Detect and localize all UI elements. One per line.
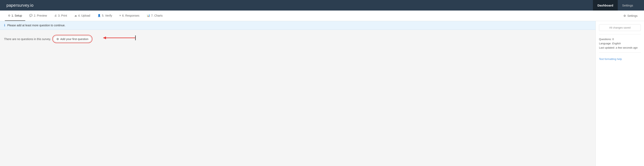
add-first-question-button[interactable]: ⊕ Add your first question — [53, 36, 91, 42]
nav-right: Dashboard Settings — [593, 0, 638, 11]
preview-icon: 💬 — [29, 14, 32, 17]
tab-charts[interactable]: 📊 7. Charts — [144, 11, 166, 21]
all-changes-saved-button: All changes saved — [599, 24, 641, 31]
setup-icon: ⊙ — [8, 14, 10, 17]
tab-responses-label: 6. Responses — [122, 14, 140, 17]
tab-print[interactable]: 🖨 3. Print — [51, 11, 70, 21]
tab-settings-label: Settings — [627, 14, 638, 17]
tab-upload[interactable]: ☁ 4. Upload — [71, 11, 94, 21]
sidebar-meta: Questions: 0 Language: English Last upda… — [599, 38, 641, 49]
tab-upload-label: 4. Upload — [78, 14, 90, 17]
updated-value: a few seconds ago — [616, 46, 638, 49]
main-layout: ℹ Please add at least more question to c… — [0, 21, 644, 166]
updated-label: Last updated: — [599, 46, 615, 49]
tab-setup-label: 1. Setup — [12, 14, 22, 17]
dashboard-nav-btn[interactable]: Dashboard — [593, 0, 618, 11]
tabs: ⊙ 1. Setup 💬 2. Preview 🖨 3. Print ☁ 4. … — [5, 11, 166, 21]
tab-print-label: 3. Print — [58, 14, 67, 17]
red-arrow-svg — [97, 35, 138, 43]
tab-setup[interactable]: ⊙ 1. Setup — [5, 11, 25, 21]
sidebar-divider-2 — [599, 52, 641, 53]
language-value: English — [612, 42, 621, 45]
plus-circle-icon: ⊕ — [56, 37, 59, 41]
settings-nav-btn[interactable]: Settings — [618, 0, 638, 11]
charts-icon: 📊 — [147, 14, 150, 17]
updated-row: Last updated: a few seconds ago — [599, 46, 641, 49]
tab-bar: ⊙ 1. Setup 💬 2. Preview 🖨 3. Print ☁ 4. … — [0, 11, 644, 21]
language-label: Language: — [599, 42, 611, 45]
print-icon: 🖨 — [54, 14, 57, 17]
logo: papersurvey.io — [6, 3, 34, 8]
alert-banner: ℹ Please add at least more question to c… — [0, 21, 596, 30]
top-nav: papersurvey.io Dashboard Settings — [0, 0, 644, 11]
info-icon: ℹ — [4, 24, 5, 27]
add-question-label: Add your first question — [60, 37, 88, 41]
upload-icon: ☁ — [74, 14, 77, 17]
settings-gear-icon: ⚙ — [624, 14, 626, 17]
svg-marker-1 — [103, 36, 106, 39]
tab-settings[interactable]: ⚙ Settings — [622, 14, 639, 17]
empty-state-text: There are no questions in this survey. — [4, 37, 51, 41]
tab-verify-label: 5. Verify — [102, 14, 112, 17]
annotation-arrow — [97, 35, 138, 43]
questions-row: Questions: 0 — [599, 38, 641, 41]
language-row: Language: English — [599, 42, 641, 45]
questions-value: 0 — [612, 38, 614, 41]
tab-charts-label: 7. Charts — [151, 14, 163, 17]
tab-responses[interactable]: ≡ 6. Responses — [116, 11, 142, 21]
sidebar-divider-1 — [599, 34, 641, 34]
text-formatting-help-link[interactable]: Text formatting help — [599, 57, 641, 60]
questions-label: Questions: — [599, 38, 612, 41]
responses-icon: ≡ — [119, 14, 121, 17]
tab-preview[interactable]: 💬 2. Preview — [26, 11, 50, 21]
tab-preview-label: 2. Preview — [34, 14, 47, 17]
tab-verify[interactable]: 👤 5. Verify — [94, 11, 116, 21]
alert-message: Please add at least more question to con… — [7, 24, 66, 27]
right-sidebar: All changes saved Questions: 0 Language:… — [596, 21, 644, 166]
content-area: ℹ Please add at least more question to c… — [0, 21, 596, 166]
verify-icon: 👤 — [98, 14, 101, 17]
empty-state: There are no questions in this survey. ⊕… — [0, 30, 596, 48]
